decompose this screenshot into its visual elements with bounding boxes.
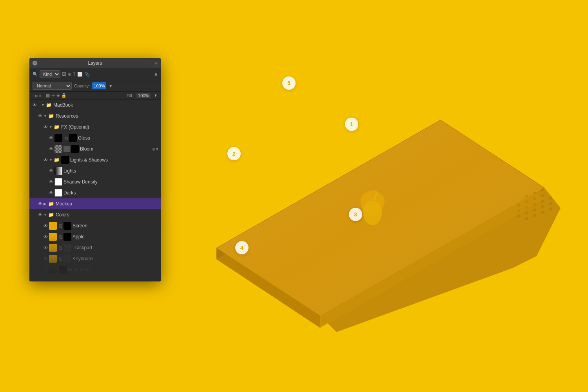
- layer-name-ls: Lights & Shadows: [70, 157, 159, 163]
- thumb-bloom-mask: [54, 145, 62, 153]
- thumb-bloom-extra: [71, 145, 79, 153]
- fill-arrow-icon[interactable]: ▼: [154, 93, 158, 98]
- layer-name-fx: FX (Optional): [61, 124, 159, 130]
- chevron-colors[interactable]: ▼: [44, 213, 47, 217]
- badge-4: 4: [235, 241, 249, 254]
- visibility-icon-colors[interactable]: 👁: [36, 211, 44, 218]
- panel-titlebar: × Layers ≡: [29, 58, 161, 68]
- visibility-icon-apple[interactable]: 👁: [42, 233, 49, 240]
- layer-lights-shadows[interactable]: 👁 ▼ 📁 Lights & Shadows: [29, 154, 161, 165]
- toggle-filter-icon[interactable]: ●: [154, 71, 158, 77]
- thumb-apple-color: [49, 233, 57, 241]
- blend-row: Normal Opacity: ▼: [29, 80, 161, 92]
- badge-2: 2: [227, 147, 241, 160]
- blend-mode-select[interactable]: Normal: [33, 82, 72, 90]
- visibility-icon-resources[interactable]: 👁: [36, 113, 44, 120]
- layer-bloom[interactable]: 👁 Bloom ⊕▼: [29, 143, 161, 154]
- layer-mockup[interactable]: 👁 ▶ 📁 Mockup: [29, 198, 161, 209]
- thumb-trackpad-color: [49, 244, 57, 252]
- fx-icon-bloom[interactable]: ⊕▼: [152, 147, 159, 151]
- search-icon[interactable]: 🔍: [33, 72, 38, 77]
- layers-list: 👁 ▼ 📁 MacBook 👁 ▼ 📁 Resources 👁 ▼ 📁 FX (…: [29, 100, 161, 281]
- panel-close-button[interactable]: ×: [33, 61, 37, 65]
- thumb-ls: [61, 156, 69, 164]
- chevron-fx[interactable]: ▼: [49, 125, 53, 129]
- layer-darks[interactable]: 👁 Darks: [29, 187, 161, 198]
- visibility-icon-fx[interactable]: 👁: [42, 123, 49, 131]
- lock-move-icon[interactable]: ✛: [51, 93, 55, 98]
- layer-lights[interactable]: 👁 Lights: [29, 165, 161, 176]
- layer-screen[interactable]: 👁 ⛓ Screen: [29, 220, 161, 231]
- visibility-icon-bloom[interactable]: 👁: [47, 145, 54, 152]
- thumb-shadow: [54, 178, 62, 186]
- layer-body-color[interactable]: 👁 Body Color: [29, 264, 161, 275]
- chevron-ls[interactable]: ▼: [49, 158, 53, 162]
- lock-row: Lock: ▦ ✛ ◈ 🔒 Fill: ▼: [29, 92, 161, 100]
- chain-icon-gloss: ⛓: [64, 136, 68, 140]
- visibility-icon-ls[interactable]: 👁: [42, 156, 49, 163]
- visibility-icon-shadow[interactable]: 👁: [47, 178, 54, 185]
- layer-name-shadow: Shadow Density: [64, 179, 159, 185]
- visibility-icon-screen[interactable]: 👁: [42, 222, 49, 229]
- layer-shadow-density[interactable]: 👁 Shadow Density: [29, 176, 161, 187]
- lock-icons: ▦ ✛ ◈ 🔒: [46, 93, 67, 98]
- macbook-svg: [176, 31, 561, 361]
- layer-fx-optional[interactable]: 👁 ▼ 📁 FX (Optional): [29, 122, 161, 132]
- layers-panel: × Layers ≡ 🔍 Kind 🖼 ⊕ T ⬜ 📎 ● Normal Opa…: [29, 58, 161, 281]
- layer-resources[interactable]: 👁 ▼ 📁 Resources: [29, 111, 161, 122]
- layer-name-apple: Apple: [73, 234, 159, 240]
- thumb-keyboard-mask: [64, 255, 71, 263]
- visibility-icon-macbook[interactable]: 👁: [31, 102, 38, 109]
- visibility-icon-gloss[interactable]: 👁: [47, 134, 54, 142]
- layer-apple[interactable]: 👁 ⛓ Apple: [29, 231, 161, 242]
- folder-icon-mockup: 📁: [48, 201, 54, 207]
- thumb-body-color: [49, 266, 57, 274]
- panel-title: Layers: [88, 60, 102, 66]
- lock-checkerboard-icon[interactable]: ▦: [46, 93, 50, 98]
- lock-all-icon[interactable]: 🔒: [61, 93, 67, 98]
- thumb-trackpad-mask: ·: [64, 244, 71, 252]
- layer-name-keyboard: Keyboard: [73, 256, 159, 261]
- folder-icon-colors: 📁: [48, 212, 54, 218]
- adjustment-filter-icon[interactable]: ⊕: [68, 72, 71, 77]
- chevron-macbook[interactable]: ▼: [41, 103, 45, 107]
- visibility-icon-darks[interactable]: 👁: [47, 189, 54, 196]
- badge-1: 1: [345, 118, 358, 131]
- layer-trackpad[interactable]: 👁 ⛓ · Trackpad: [29, 242, 161, 253]
- visibility-icon-mockup[interactable]: 👁: [36, 200, 44, 207]
- lock-fill-icon[interactable]: ◈: [56, 93, 60, 98]
- image-filter-icon[interactable]: 🖼: [62, 72, 66, 76]
- layer-name-resources: Resources: [56, 113, 159, 119]
- layer-gloss[interactable]: 👁 ⛓ Gloss: [29, 132, 161, 143]
- thumb-keyboard-color: [49, 255, 57, 263]
- fill-input[interactable]: [136, 93, 151, 98]
- layer-macbook[interactable]: 👁 ▼ 📁 MacBook: [29, 100, 161, 111]
- visibility-icon-body[interactable]: 👁: [42, 266, 49, 273]
- panel-menu-icon[interactable]: ≡: [154, 60, 158, 66]
- shape-filter-icon[interactable]: ⬜: [77, 72, 83, 77]
- smart-filter-icon[interactable]: 📎: [84, 72, 90, 77]
- layer-name-macbook: MacBook: [53, 102, 159, 108]
- chain-icon-trackpad: ⛓: [59, 246, 63, 250]
- folder-icon-fx: 📁: [54, 124, 60, 130]
- thumb-lights: [54, 167, 62, 175]
- visibility-icon-trackpad[interactable]: 👁: [42, 244, 49, 251]
- fill-label: Fill:: [127, 93, 133, 98]
- layer-name-body: Body Color: [68, 267, 159, 272]
- type-filter-icon[interactable]: T: [73, 72, 76, 76]
- layer-colors[interactable]: 👁 ▼ 📁 Colors: [29, 209, 161, 220]
- layer-name-mockup: Mockup: [56, 201, 159, 207]
- chevron-resources[interactable]: ▼: [44, 114, 47, 118]
- badge-3: 3: [349, 208, 362, 221]
- visibility-icon-lights[interactable]: 👁: [47, 167, 54, 174]
- opacity-arrow-icon[interactable]: ▼: [109, 84, 113, 88]
- kind-select[interactable]: Kind: [40, 70, 60, 78]
- chevron-mockup[interactable]: ▶: [44, 202, 47, 206]
- layer-name-trackpad: Trackpad: [73, 245, 159, 250]
- opacity-input[interactable]: [92, 82, 106, 89]
- visibility-icon-keyboard[interactable]: 👁: [42, 255, 49, 262]
- macbook-illustration: [176, 31, 561, 361]
- folder-icon-ls: 📁: [54, 157, 60, 163]
- layer-keyboard[interactable]: 👁 ⛓ Keyboard: [29, 253, 161, 264]
- folder-icon-resources: 📁: [48, 113, 54, 119]
